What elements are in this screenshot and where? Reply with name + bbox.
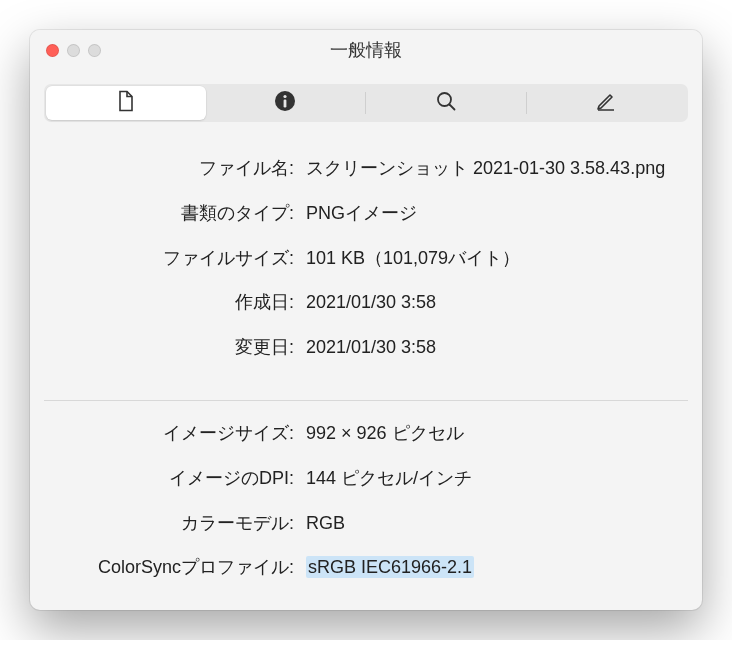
row-modified: 変更日: 2021/01/30 3:58: [44, 325, 688, 370]
row-filename: ファイル名: スクリーンショット 2021-01-30 3.58.43.png: [44, 146, 688, 191]
row-filesize: ファイルサイズ: 101 KB（101,079バイト）: [44, 236, 688, 281]
colorsync-value[interactable]: sRGB IEC61966-2.1: [300, 553, 688, 582]
close-button[interactable]: [46, 44, 59, 57]
general-info-section: ファイル名: スクリーンショット 2021-01-30 3.58.43.png …: [30, 146, 702, 390]
colorsync-highlighted: sRGB IEC61966-2.1: [306, 556, 474, 578]
doctype-label: 書類のタイプ:: [44, 199, 300, 228]
row-colormodel: カラーモデル: RGB: [44, 501, 688, 546]
created-value: 2021/01/30 3:58: [300, 288, 688, 317]
dpi-label: イメージのDPI:: [44, 464, 300, 493]
svg-line-4: [449, 105, 454, 110]
tab-segmented-control: [44, 84, 688, 122]
created-label: 作成日:: [44, 288, 300, 317]
traffic-lights: [30, 44, 101, 57]
document-icon: [114, 89, 138, 117]
tab-edit[interactable]: [527, 86, 687, 120]
zoom-button[interactable]: [88, 44, 101, 57]
section-divider: [44, 400, 688, 401]
filename-label: ファイル名:: [44, 154, 300, 183]
filesize-value: 101 KB（101,079バイト）: [300, 244, 688, 273]
colormodel-value: RGB: [300, 509, 688, 538]
row-dpi: イメージのDPI: 144 ピクセル/インチ: [44, 456, 688, 501]
colormodel-label: カラーモデル:: [44, 509, 300, 538]
row-created: 作成日: 2021/01/30 3:58: [44, 280, 688, 325]
tab-general[interactable]: [46, 86, 206, 120]
row-imagesize: イメージサイズ: 992 × 926 ピクセル: [44, 411, 688, 456]
edit-icon: [594, 89, 618, 117]
modified-value: 2021/01/30 3:58: [300, 333, 688, 362]
doctype-value: PNGイメージ: [300, 199, 688, 228]
row-doctype: 書類のタイプ: PNGイメージ: [44, 191, 688, 236]
svg-rect-2: [284, 100, 287, 108]
toolbar: [30, 70, 702, 146]
row-colorsync: ColorSyncプロファイル: sRGB IEC61966-2.1: [44, 545, 688, 590]
inspector-window: 一般情報: [30, 30, 702, 610]
minimize-button[interactable]: [67, 44, 80, 57]
tab-search[interactable]: [366, 86, 526, 120]
window-title: 一般情報: [30, 38, 702, 62]
modified-label: 変更日:: [44, 333, 300, 362]
info-icon: [273, 89, 297, 117]
image-info-section: イメージサイズ: 992 × 926 ピクセル イメージのDPI: 144 ピク…: [30, 411, 702, 610]
imagesize-value: 992 × 926 ピクセル: [300, 419, 688, 448]
titlebar: 一般情報: [30, 30, 702, 70]
imagesize-label: イメージサイズ:: [44, 419, 300, 448]
dpi-value: 144 ピクセル/インチ: [300, 464, 688, 493]
filename-value: スクリーンショット 2021-01-30 3.58.43.png: [300, 154, 688, 183]
svg-point-1: [284, 95, 287, 98]
search-icon: [434, 89, 458, 117]
colorsync-label: ColorSyncプロファイル:: [44, 553, 300, 582]
tab-info[interactable]: [206, 86, 366, 120]
filesize-label: ファイルサイズ:: [44, 244, 300, 273]
